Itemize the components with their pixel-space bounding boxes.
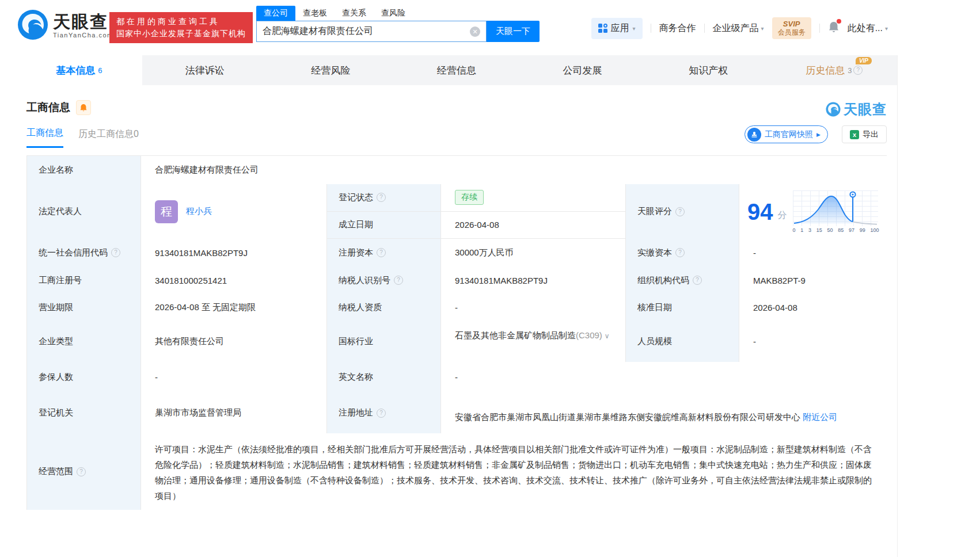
help-icon[interactable]: ? <box>693 276 702 285</box>
excel-icon: x <box>850 130 859 139</box>
score-label-cell: 天眼评分 ? <box>626 184 739 239</box>
reg-status-cell: 存续 <box>441 184 626 211</box>
clear-search-icon[interactable]: ✕ <box>470 26 480 37</box>
search-tabs: 查公司 查老板 查关系 查风险 <box>256 5 540 21</box>
paid-capital-label-cell: 实缴资本 ? <box>626 239 739 266</box>
search-input[interactable] <box>263 26 470 37</box>
score-label: 天眼评分 <box>637 206 672 217</box>
tianyancha-logo[interactable]: 天眼查 TianYanCha.com <box>17 9 113 43</box>
watermark-text: 天眼查 <box>844 100 887 119</box>
table-row: 统一社会信用代码 ? 91340181MAKB82PT9J 注册资本 ? 300… <box>27 239 886 266</box>
user-account-menu[interactable]: 此处有... ▾ <box>848 22 888 35</box>
status-badge: 存续 <box>455 190 484 205</box>
help-icon[interactable]: ? <box>377 248 386 257</box>
tab-count: 6 <box>98 66 102 75</box>
help-icon[interactable]: ? <box>377 409 386 418</box>
legal-rep-label: 法定代表人 <box>27 184 141 239</box>
help-icon[interactable]: ? <box>77 467 86 476</box>
search-tab-risk[interactable]: 查风险 <box>374 6 413 21</box>
industry-expand-icon[interactable]: ∨ <box>605 332 610 340</box>
business-scope-value: 许可项目：水泥生产（依法须经批准的项目，经相关部门批准后方可开展经营活动，具体经… <box>141 433 887 510</box>
tab-basic-info[interactable]: 基本信息 6 <box>16 55 142 85</box>
address-label: 注册地址 <box>339 407 373 418</box>
industry-value: 石墨及其他非金属矿物制品制造 <box>455 330 576 340</box>
arrow-right-icon: ▶ <box>816 132 821 138</box>
brand-domain: TianYanCha.com <box>53 32 113 39</box>
watermark-logo: 天眼查 <box>826 100 887 119</box>
taxpayer-quality-value: - <box>441 294 626 321</box>
reg-authority-value: 巢湖市市场监督管理局 <box>141 392 327 433</box>
search-tab-company[interactable]: 查公司 <box>256 6 295 21</box>
subtab-business-info[interactable]: 工商信息 <box>26 127 63 148</box>
subtab-history-business-info[interactable]: 历史工商信息0 <box>78 128 139 147</box>
axis-tick: 99 <box>860 227 865 233</box>
legal-rep-avatar[interactable]: 程 <box>155 200 178 223</box>
help-icon[interactable]: ? <box>853 66 863 75</box>
axis-tick: 100 <box>870 227 879 233</box>
table-row: 经营范围 ? 许可项目：水泥生产（依法须经批准的项目，经相关部门批准后方可开展经… <box>27 433 886 510</box>
table-row: 工商注册号 340181000251421 纳税人识别号 ? 91340181M… <box>27 266 886 294</box>
tab-operational-risk[interactable]: 经营风险 <box>268 55 394 85</box>
vip-badge: VIP <box>856 57 872 64</box>
legal-rep-link[interactable]: 程小兵 <box>186 206 212 217</box>
tianyancha-logo-icon <box>17 9 48 43</box>
taxpayer-id-label-cell: 纳税人识别号 ? <box>327 266 441 294</box>
company-type-label: 企业类型 <box>27 321 141 362</box>
tab-intellectual-property[interactable]: 知识产权 <box>645 55 772 85</box>
tab-label: 法律诉讼 <box>185 64 225 77</box>
table-row: 营业期限 2026-04-08 至 无固定期限 纳税人资质 - 核准日期 202… <box>27 294 886 321</box>
reg-status-label-cell: 登记状态 ? <box>327 184 441 211</box>
section-title: 工商信息 <box>26 100 70 115</box>
promo-line2: 国家中小企业发展子基金旗下机构 <box>116 28 246 40</box>
tab-label: 公司发展 <box>563 64 602 77</box>
apps-menu-button[interactable]: 应用 ▾ <box>591 18 643 39</box>
official-snapshot-button[interactable]: 工商官网快照 ▶ <box>745 125 828 143</box>
nav-item-enterprise[interactable]: 企业级产品 ▾ <box>713 22 764 35</box>
business-scope-label-cell: 经营范围 ? <box>27 433 141 510</box>
business-scope-label: 经营范围 <box>39 466 73 477</box>
tab-label: 经营信息 <box>437 64 476 77</box>
nav-item-cooperation[interactable]: 商务合作 <box>659 22 696 35</box>
search-tab-boss[interactable]: 查老板 <box>295 6 335 21</box>
apps-label: 应用 <box>611 22 629 35</box>
credit-code-label: 统一社会信用代码 <box>39 247 108 258</box>
table-row: 企业名称 合肥海螺建材有限责任公司 <box>27 156 886 184</box>
tab-business-info[interactable]: 经营信息 <box>394 55 520 85</box>
score-distribution-chart: 0 1 3 15 50 85 97 99 100 <box>793 190 879 233</box>
help-icon[interactable]: ? <box>675 248 685 257</box>
svip-member-button[interactable]: SVIP 会员服务 <box>772 17 811 39</box>
help-icon[interactable]: ? <box>675 207 685 216</box>
search-area: 查公司 查老板 查关系 查风险 ✕ 天眼一下 <box>256 5 540 42</box>
tab-company-development[interactable]: 公司发展 <box>519 55 645 85</box>
tab-legal-proceedings[interactable]: 法律诉讼 <box>142 55 268 85</box>
promo-line1: 都在用的商业查询工具 <box>116 16 246 28</box>
org-code-value: MAKB82PT-9 <box>739 266 887 294</box>
english-name-value: - <box>441 362 887 392</box>
reg-number-value: 340181000251421 <box>141 266 327 294</box>
staff-size-label: 人员规模 <box>626 321 739 362</box>
chevron-down-icon: ▾ <box>885 25 888 32</box>
axis-tick: 3 <box>808 227 811 233</box>
insured-value: - <box>141 362 327 392</box>
help-icon[interactable]: ? <box>377 193 386 202</box>
help-icon[interactable]: ? <box>111 248 120 257</box>
search-button[interactable]: 天眼一下 <box>487 21 540 42</box>
chevron-down-icon: ▾ <box>761 25 764 32</box>
industry-cell: 石墨及其他非金属矿物制品制造(C309)∨ <box>441 321 626 362</box>
establish-date-label: 成立日期 <box>327 212 441 239</box>
business-term-value: 2026-04-08 至 无固定期限 <box>141 294 327 321</box>
content-edge-divider <box>897 55 898 557</box>
establish-date-value: 2026-04-08 <box>441 212 626 239</box>
notification-bell-icon[interactable] <box>828 21 840 36</box>
help-icon[interactable]: ? <box>394 276 403 285</box>
export-button[interactable]: x 导出 <box>842 125 887 143</box>
address-cell: 安徽省合肥市巢湖市凤凰山街道巢湖市巢维路东侧安徽皖维高新材料股份有限公司研发中心… <box>441 392 887 433</box>
address-value: 安徽省合肥市巢湖市凤凰山街道巢湖市巢维路东侧安徽皖维高新材料股份有限公司研发中心 <box>455 412 800 422</box>
subtab-label: 历史工商信息 <box>78 129 134 139</box>
divider <box>651 24 651 33</box>
search-tab-relation[interactable]: 查关系 <box>335 6 374 21</box>
subscribe-bell-icon[interactable] <box>76 100 91 115</box>
brand-name: 天眼查 <box>53 13 113 30</box>
tab-history-info[interactable]: VIP 历史信息 3 ? <box>771 55 897 85</box>
nearby-companies-link[interactable]: 附近公司 <box>803 412 837 422</box>
